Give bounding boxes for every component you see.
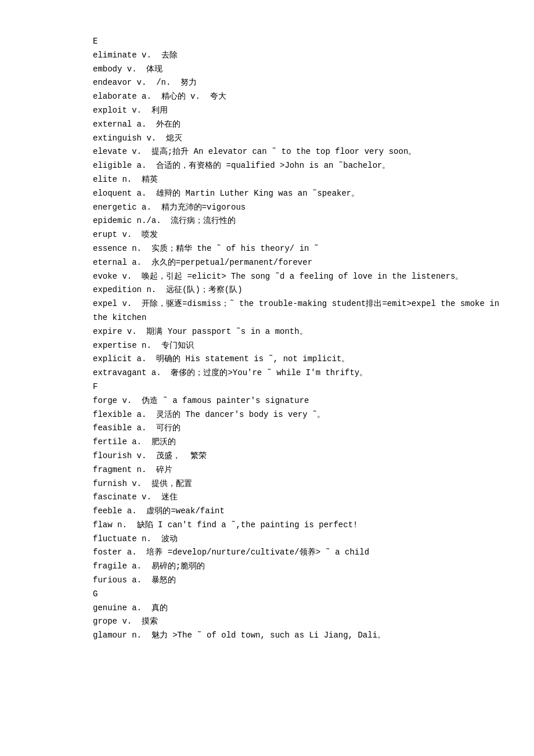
entry-item: flexible a. 灵活的 The dancer's body is ver… (93, 408, 511, 422)
entry-item: flaw n. 缺陷 I can't find a ˜,the painting… (93, 519, 511, 532)
section-letter-e: E (93, 35, 511, 49)
entry-item: genuine a. 真的 (93, 602, 511, 615)
entry-item: fragment n. 碎片 (93, 463, 511, 477)
entry-item: furious a. 暴怒的 (93, 574, 511, 588)
dictionary-content: Eeliminate v. 去除embody v. 体现endeavor v. … (70, 35, 511, 643)
entry-item: elevate v. 提高;抬升 An elevator can ˜ to th… (93, 145, 511, 159)
section-letter-g: G (93, 588, 511, 602)
entry-item: extinguish v. 熄灭 (93, 132, 511, 146)
entry-item: expire v. 期满 Your passport ˜s in a month… (93, 325, 511, 339)
entry-item: eloquent a. 雄辩的 Martin Luther King was a… (93, 187, 511, 201)
entry-item: exploit v. 利用 (93, 104, 511, 118)
entry-item: extravagant a. 奢侈的；过度的>You're ˜ while I'… (93, 366, 511, 380)
entry-item: feeble a. 虚弱的=weak/faint (93, 505, 511, 519)
entry-item: endeavor v. /n. 努力 (93, 76, 511, 90)
entry-item: external a. 外在的 (93, 118, 511, 132)
entry-item: expel v. 开除，驱逐=dismiss；˜ the trouble-mak… (93, 297, 511, 325)
entry-item: flourish v. 茂盛， 繁荣 (93, 449, 511, 463)
entry-item: eternal a. 永久的=perpetual/permanent/forev… (93, 256, 511, 270)
entry-item: foster a. 培养 =develop/nurture/cultivate/… (93, 546, 511, 560)
entry-item: erupt v. 喷发 (93, 228, 511, 242)
entry-item: elaborate a. 精心的 v. 夸大 (93, 90, 511, 104)
entry-item: eliminate v. 去除 (93, 49, 511, 63)
entry-item: furnish v. 提供，配置 (93, 477, 511, 491)
entry-item: fragile a. 易碎的;脆弱的 (93, 560, 511, 574)
entry-item: elite n. 精英 (93, 173, 511, 187)
entry-item: energetic a. 精力充沛的=vigorous (93, 201, 511, 215)
entry-item: eligible a. 合适的，有资格的 =qualified >John is… (93, 159, 511, 173)
entry-item: feasible a. 可行的 (93, 422, 511, 435)
entry-item: expertise n. 专门知识 (93, 339, 511, 353)
entry-item: grope v. 摸索 (93, 615, 511, 629)
entry-item: evoke v. 唤起，引起 =elicit> The song ˜d a fe… (93, 270, 511, 284)
entry-item: fertile a. 肥沃的 (93, 435, 511, 449)
entry-item: explicit a. 明确的 His statement is ˜, not … (93, 352, 511, 366)
entry-item: embody v. 体现 (93, 63, 511, 77)
entry-item: fluctuate n. 波动 (93, 532, 511, 546)
entry-item: forge v. 伪造 ˜ a famous painter's signatu… (93, 394, 511, 408)
entry-item: glamour n. 魅力 >The ˜ of old town, such a… (93, 629, 511, 643)
entry-item: essence n. 实质；精华 the ˜ of his theory/ in… (93, 242, 511, 256)
entry-item: fascinate v. 迷住 (93, 491, 511, 505)
entry-item: epidemic n./a. 流行病；流行性的 (93, 214, 511, 228)
entry-item: expedition n. 远征(队)；考察(队) (93, 283, 511, 297)
section-letter-f: F (93, 380, 511, 394)
